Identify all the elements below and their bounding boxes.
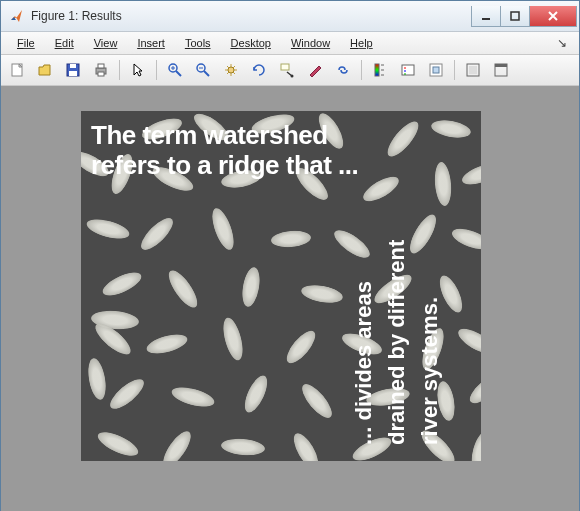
titlebar: Figure 1: Results (1, 1, 579, 32)
rice-grain (136, 213, 177, 254)
overlay-text-side-2: drained by different (384, 239, 410, 444)
rice-grain (270, 229, 311, 248)
svg-point-13 (291, 75, 294, 78)
overlay-text-side-3: river systems. (417, 297, 443, 445)
svg-point-11 (228, 67, 234, 73)
rice-grain (300, 282, 344, 305)
svg-rect-7 (98, 64, 104, 68)
toolbar-separator (454, 60, 455, 80)
svg-rect-5 (69, 71, 77, 76)
figure-window: Figure 1: Results File Edit View Insert … (0, 0, 580, 511)
open-button[interactable] (33, 58, 57, 82)
overlay-text-top: The term watershed refers to a ridge tha… (91, 121, 358, 181)
svg-rect-12 (281, 64, 289, 70)
axes: The term watershed refers to a ridge tha… (81, 111, 481, 461)
rice-grain (220, 437, 265, 457)
colorbar-button[interactable] (368, 58, 392, 82)
rice-grain (466, 370, 481, 408)
rice-grain (85, 216, 132, 243)
toolbar-separator (361, 60, 362, 80)
brush-button[interactable] (303, 58, 327, 82)
rice-grain (289, 430, 323, 461)
hide-tools-button[interactable] (461, 58, 485, 82)
rice-grain (240, 372, 271, 415)
menu-tools[interactable]: Tools (175, 35, 221, 51)
legend-button[interactable] (396, 58, 420, 82)
menu-view[interactable]: View (84, 35, 128, 51)
menubar: File Edit View Insert Tools Desktop Wind… (1, 32, 579, 55)
toolbar-separator (156, 60, 157, 80)
menu-tail-icon[interactable]: ↘ (551, 34, 573, 52)
figure-canvas[interactable]: The term watershed refers to a ridge tha… (1, 86, 579, 511)
rice-grain (170, 384, 217, 411)
zoom-out-button[interactable] (191, 58, 215, 82)
link-button[interactable] (331, 58, 355, 82)
pointer-button[interactable] (126, 58, 150, 82)
data-cursor-button[interactable] (275, 58, 299, 82)
svg-rect-14 (375, 64, 379, 76)
menu-window[interactable]: Window (281, 35, 340, 51)
svg-rect-15 (402, 65, 414, 75)
pan-button[interactable] (219, 58, 243, 82)
rice-grain (433, 161, 453, 206)
rice-grain (208, 206, 238, 253)
menu-desktop[interactable]: Desktop (221, 35, 281, 51)
close-button[interactable] (529, 6, 577, 27)
insert-button[interactable] (424, 58, 448, 82)
overlay-line2: refers to a ridge that ... (91, 150, 358, 180)
window-title: Figure 1: Results (31, 9, 472, 23)
rice-grain (106, 374, 148, 413)
rice-grain (282, 327, 320, 368)
rice-grain (220, 316, 247, 363)
rice-grain (85, 357, 108, 401)
rotate-button[interactable] (247, 58, 271, 82)
svg-rect-17 (433, 67, 439, 73)
svg-rect-8 (98, 72, 104, 76)
rice-grain (330, 225, 374, 262)
svg-rect-1 (511, 12, 519, 20)
dock-button[interactable] (489, 58, 513, 82)
rice-grain (158, 427, 195, 461)
rice-grain (164, 266, 202, 311)
window-controls (472, 6, 577, 26)
save-button[interactable] (61, 58, 85, 82)
zoom-in-button[interactable] (163, 58, 187, 82)
rice-grain (297, 380, 336, 422)
rice-grain (405, 211, 441, 257)
overlay-line1: The term watershed (91, 120, 328, 150)
toolbar-separator (119, 60, 120, 80)
rice-grain (468, 430, 481, 461)
rice-grain (430, 118, 472, 141)
rice-grain (460, 159, 481, 188)
menu-insert[interactable]: Insert (127, 35, 175, 51)
toolbar (1, 55, 579, 86)
rice-grain (360, 172, 403, 206)
svg-rect-4 (70, 64, 76, 68)
new-figure-button[interactable] (5, 58, 29, 82)
rice-grain (240, 266, 263, 308)
rice-grain (145, 331, 190, 357)
svg-rect-21 (495, 64, 507, 67)
print-button[interactable] (89, 58, 113, 82)
maximize-button[interactable] (500, 6, 530, 27)
svg-rect-0 (482, 18, 490, 20)
menu-edit[interactable]: Edit (45, 35, 84, 51)
rice-grain (455, 324, 481, 358)
svg-rect-19 (469, 66, 477, 74)
matlab-icon (9, 8, 25, 24)
menu-help[interactable]: Help (340, 35, 383, 51)
overlay-text-side-1: ... divides areas (351, 281, 377, 445)
rice-grain (383, 117, 424, 161)
rice-grain (100, 268, 145, 300)
rice-grain (95, 427, 142, 460)
rice-grain (449, 225, 481, 254)
minimize-button[interactable] (471, 6, 501, 27)
menu-file[interactable]: File (7, 35, 45, 51)
